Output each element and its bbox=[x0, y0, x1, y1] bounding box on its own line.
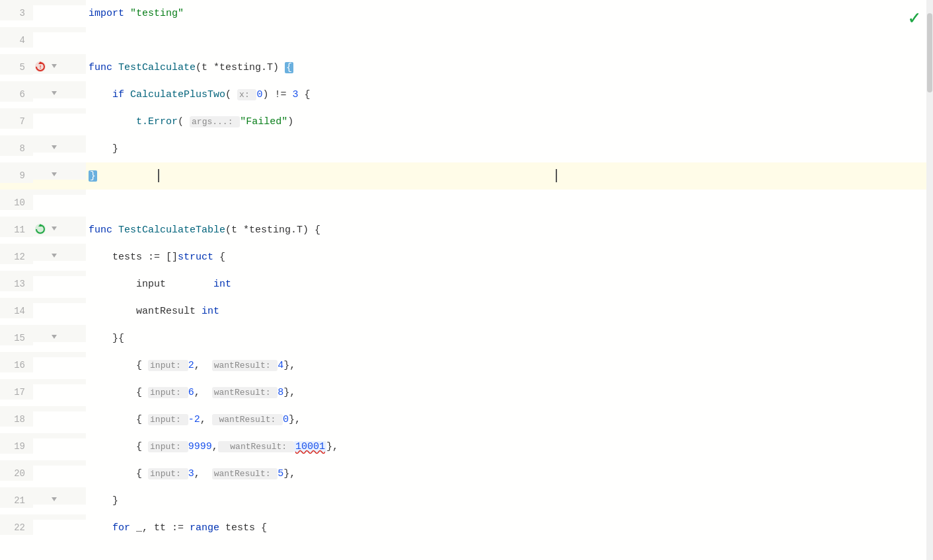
token-type: tests := [] bbox=[112, 252, 178, 263]
line-number: 15 bbox=[0, 325, 33, 345]
code-line: 9} bbox=[0, 162, 933, 190]
fold-close-button[interactable] bbox=[49, 332, 59, 342]
token-kw: for bbox=[112, 522, 136, 534]
token-num: 9999 bbox=[188, 441, 212, 452]
token-num: 3 bbox=[188, 468, 194, 479]
token-kw: range bbox=[190, 522, 225, 534]
run-test-button-fail[interactable]: ! bbox=[33, 59, 48, 74]
code-line: 16 { input: 2, wantResult: 4}, bbox=[0, 352, 933, 379]
token-str: "testing" bbox=[130, 8, 184, 19]
fold-controls bbox=[33, 217, 86, 236]
fold-close-button[interactable] bbox=[49, 142, 59, 153]
fold-controls bbox=[33, 379, 86, 384]
fold-open-button[interactable] bbox=[49, 88, 59, 98]
token-type bbox=[166, 279, 213, 290]
token-type bbox=[97, 170, 157, 182]
svg-marker-4 bbox=[52, 91, 57, 95]
line-number: 5 bbox=[0, 54, 33, 75]
svg-marker-12 bbox=[52, 497, 57, 501]
code-line: 7 t.Error( args...: "Failed") bbox=[0, 108, 933, 135]
token-fn: TestCalculateTable bbox=[118, 225, 225, 236]
hint-label: input: bbox=[148, 387, 188, 398]
code-editor: ✓3import "testing"45!func TestCalculate(… bbox=[0, 0, 933, 560]
text-cursor bbox=[158, 169, 159, 182]
fold-controls bbox=[33, 0, 86, 5]
token-type: }, bbox=[283, 468, 295, 479]
token-type: { bbox=[213, 252, 225, 263]
code-line: 8 } bbox=[0, 135, 933, 162]
line-number: 17 bbox=[0, 379, 33, 400]
code-line: 22 for _, tt := range tests { bbox=[0, 514, 933, 542]
token-fn: CalculatePlusTwo bbox=[130, 89, 225, 100]
error-number: 10001 bbox=[294, 441, 326, 452]
code-line: 20 { input: 3, wantResult: 5}, bbox=[0, 460, 933, 487]
code-content: } bbox=[86, 135, 933, 156]
token-type: }, bbox=[283, 360, 295, 371]
fold-open-button[interactable] bbox=[49, 223, 59, 234]
token-type: { bbox=[136, 360, 148, 371]
line-number: 18 bbox=[0, 406, 33, 427]
hint-label: wantResult: bbox=[212, 414, 283, 425]
scroll-thumb[interactable] bbox=[927, 13, 932, 92]
line-number: 10 bbox=[0, 190, 33, 210]
code-content: tests := []struct { bbox=[86, 244, 933, 264]
hint-label: wantResult: bbox=[212, 360, 278, 371]
fold-controls bbox=[33, 108, 86, 114]
code-content: }{ bbox=[86, 325, 933, 345]
token-fn: t.Error bbox=[136, 116, 178, 127]
fold-controls bbox=[33, 460, 86, 466]
token-num: 2 bbox=[188, 360, 194, 371]
token-kw: if bbox=[112, 89, 130, 100]
svg-marker-10 bbox=[52, 254, 57, 258]
fold-controls bbox=[33, 406, 86, 411]
code-line: 18 { input: -2, wantResult: 0}, bbox=[0, 406, 933, 433]
scrollbar[interactable] bbox=[926, 0, 933, 560]
code-line: 11func TestCalculateTable(t *testing.T) … bbox=[0, 217, 933, 244]
code-content bbox=[86, 27, 933, 34]
fold-controls bbox=[33, 487, 86, 505]
token-num: 0 bbox=[256, 89, 262, 100]
code-line: 3import "testing" bbox=[0, 0, 933, 27]
token-kw: import bbox=[89, 8, 130, 19]
line-number: 4 bbox=[0, 27, 33, 48]
token-kw: func bbox=[89, 62, 118, 73]
fold-controls bbox=[33, 244, 86, 261]
code-content: wantResult int bbox=[86, 298, 933, 318]
token-str: "Failed" bbox=[240, 116, 287, 127]
code-content: t.Error( args...: "Failed") bbox=[86, 108, 933, 129]
line-number: 14 bbox=[0, 298, 33, 318]
code-content: { input: 2, wantResult: 4}, bbox=[86, 352, 933, 372]
token-type: , bbox=[194, 360, 212, 371]
code-content: { input: 9999, wantResult: 10001}, bbox=[86, 433, 933, 454]
hint-label: input: bbox=[148, 441, 188, 452]
line-number: 16 bbox=[0, 352, 33, 372]
line-number: 8 bbox=[0, 135, 33, 156]
token-num: -2 bbox=[188, 414, 200, 425]
token-num: 3 bbox=[293, 89, 299, 100]
token-num: 6 bbox=[188, 387, 194, 398]
code-content: input int bbox=[86, 271, 933, 291]
token-num: 0 bbox=[283, 414, 289, 425]
fold-close-button[interactable] bbox=[49, 169, 59, 180]
code-line: 15 }{ bbox=[0, 325, 933, 352]
run-test-button-pass[interactable] bbox=[33, 222, 48, 236]
token-type: ) bbox=[287, 116, 293, 127]
fold-controls bbox=[33, 352, 86, 357]
line-number: 21 bbox=[0, 487, 33, 508]
token-type: (t *testing.T) { bbox=[225, 225, 320, 236]
token-type: { bbox=[136, 387, 148, 398]
svg-marker-9 bbox=[52, 227, 57, 230]
token-type: input bbox=[136, 279, 166, 290]
fold-open-button[interactable] bbox=[49, 61, 59, 71]
token-type: wantResult bbox=[136, 306, 202, 317]
code-line: 10 bbox=[0, 190, 933, 217]
line-number: 22 bbox=[0, 514, 33, 535]
code-content: { input: -2, wantResult: 0}, bbox=[86, 406, 933, 427]
fold-controls bbox=[33, 514, 86, 520]
token-type: { bbox=[136, 414, 148, 425]
fold-open-button[interactable] bbox=[49, 250, 59, 261]
fold-controls bbox=[33, 271, 86, 276]
code-line: 4 bbox=[0, 27, 933, 54]
fold-close-button[interactable] bbox=[49, 494, 59, 505]
code-content bbox=[86, 190, 933, 196]
